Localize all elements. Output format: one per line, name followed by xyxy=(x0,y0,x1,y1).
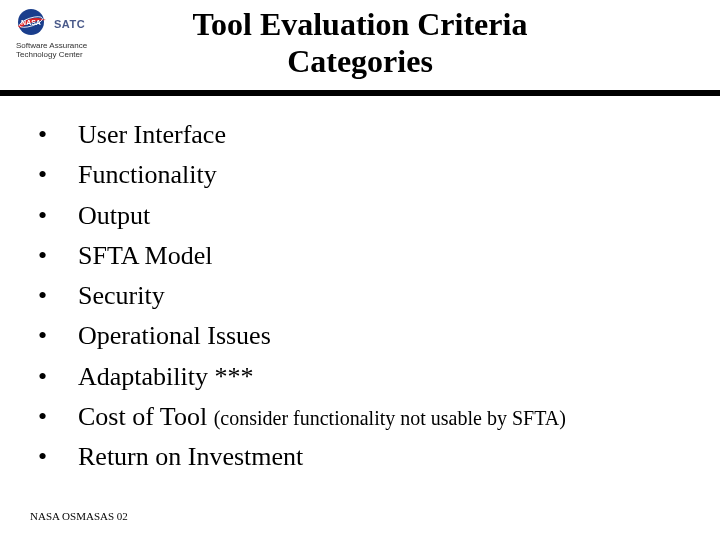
bullet-paren: (consider functionality not usable by SF… xyxy=(214,407,566,429)
bullet-icon: • xyxy=(30,357,78,397)
list-item: • Operational Issues xyxy=(30,316,690,356)
bullet-main: User Interface xyxy=(78,120,226,149)
bullet-icon: • xyxy=(30,276,78,316)
title-line-1: Tool Evaluation Criteria xyxy=(0,6,720,43)
slide-footer: NASA OSMASAS 02 xyxy=(30,510,128,522)
header-divider xyxy=(0,90,720,96)
bullet-main: Adaptability *** xyxy=(78,362,253,391)
list-item: • Output xyxy=(30,196,690,236)
list-item: • SFTA Model xyxy=(30,236,690,276)
bullet-icon: • xyxy=(30,155,78,195)
bullet-text: Cost of Tool (consider functionality not… xyxy=(78,397,690,437)
bullet-text: Operational Issues xyxy=(78,316,690,356)
list-item: • Cost of Tool (consider functionality n… xyxy=(30,397,690,437)
bullet-text: Security xyxy=(78,276,690,316)
bullet-main: Cost of Tool xyxy=(78,402,214,431)
bullet-main: Functionality xyxy=(78,160,217,189)
slide-title: Tool Evaluation Criteria Categories xyxy=(0,6,720,80)
list-item: • Return on Investment xyxy=(30,437,690,477)
bullet-main: Return on Investment xyxy=(78,442,303,471)
bullet-icon: • xyxy=(30,316,78,356)
bullet-main: SFTA Model xyxy=(78,241,212,270)
bullet-text: Adaptability *** xyxy=(78,357,690,397)
bullet-text: SFTA Model xyxy=(78,236,690,276)
bullet-icon: • xyxy=(30,236,78,276)
bullet-main: Output xyxy=(78,201,150,230)
bullet-main: Operational Issues xyxy=(78,321,271,350)
bullet-text: User Interface xyxy=(78,115,690,155)
list-item: • User Interface xyxy=(30,115,690,155)
bullet-icon: • xyxy=(30,397,78,437)
title-line-2: Categories xyxy=(0,43,720,80)
list-item: • Adaptability *** xyxy=(30,357,690,397)
bullet-icon: • xyxy=(30,437,78,477)
bullet-text: Return on Investment xyxy=(78,437,690,477)
bullet-icon: • xyxy=(30,196,78,236)
bullet-text: Output xyxy=(78,196,690,236)
list-item: • Security xyxy=(30,276,690,316)
bullet-main: Security xyxy=(78,281,165,310)
bullet-text: Functionality xyxy=(78,155,690,195)
slide-header: NASA SATC Software Assurance Technology … xyxy=(0,0,720,90)
slide-body: • User Interface • Functionality • Outpu… xyxy=(30,115,690,478)
bullet-icon: • xyxy=(30,115,78,155)
list-item: • Functionality xyxy=(30,155,690,195)
slide: NASA SATC Software Assurance Technology … xyxy=(0,0,720,540)
bullet-list: • User Interface • Functionality • Outpu… xyxy=(30,115,690,478)
